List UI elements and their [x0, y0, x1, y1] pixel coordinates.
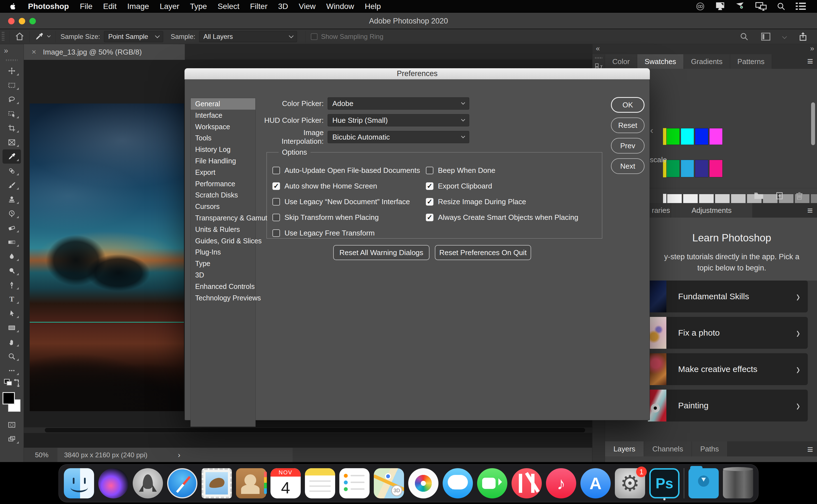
- panel-tab[interactable]: Patterns: [730, 54, 772, 69]
- preferences-section-item[interactable]: Plug-Ins: [191, 246, 255, 258]
- eraser-tool[interactable]: [3, 221, 21, 235]
- swatch[interactable]: [681, 160, 694, 177]
- panel-menu-icon[interactable]: ≡: [807, 203, 817, 218]
- horizontal-scrollbar[interactable]: [24, 427, 592, 433]
- tab-adjustments[interactable]: Adjustments: [671, 203, 753, 218]
- preferences-section-item[interactable]: Scratch Disks: [191, 189, 255, 201]
- creative-cloud-icon[interactable]: [696, 2, 705, 11]
- chevron-down-icon[interactable]: [782, 34, 787, 39]
- learn-card[interactable]: Painting ›: [648, 390, 808, 421]
- dialog-button[interactable]: Next: [611, 158, 645, 174]
- menu-item[interactable]: Image: [122, 2, 154, 11]
- dock-finder[interactable]: [64, 468, 94, 498]
- dock-app-store[interactable]: A: [580, 468, 610, 498]
- panel-tab[interactable]: Paths: [692, 441, 728, 456]
- menu-item[interactable]: Type: [184, 2, 212, 11]
- checkbox[interactable]: ✓: [273, 198, 280, 206]
- zoom-tool[interactable]: [3, 349, 21, 363]
- dialog-button[interactable]: Prev: [611, 138, 645, 154]
- lasso-tool[interactable]: [3, 92, 21, 107]
- search-icon[interactable]: [740, 32, 749, 41]
- learn-card[interactable]: Fix a photo ›: [648, 317, 808, 349]
- preferences-section-item[interactable]: Cursors: [191, 201, 255, 212]
- checkbox[interactable]: ✓: [426, 182, 433, 190]
- preferences-section-item[interactable]: Tools: [191, 132, 255, 144]
- checkbox-row[interactable]: ✓ Always Create Smart Objects when Placi…: [426, 209, 578, 225]
- document-info[interactable]: 3840 px x 2160 px (240 ppi) ›: [57, 448, 293, 462]
- dock-calendar[interactable]: NOV 4: [271, 468, 301, 498]
- preferences-section-item[interactable]: Units & Rulers: [191, 224, 255, 235]
- swatch[interactable]: [695, 128, 708, 145]
- dropdown[interactable]: Adobe: [328, 97, 469, 110]
- dock-launchpad[interactable]: [133, 468, 163, 498]
- checkbox[interactable]: ✓: [426, 167, 433, 174]
- clone-stamp-tool[interactable]: [3, 192, 21, 206]
- zoom-level[interactable]: 50%: [35, 451, 48, 459]
- menu-item[interactable]: Filter: [245, 2, 273, 11]
- dock-facetime[interactable]: [477, 468, 507, 498]
- type-tool[interactable]: T: [3, 292, 21, 306]
- checkbox[interactable]: ✓: [273, 182, 280, 190]
- display-icon[interactable]: [715, 2, 725, 11]
- new-swatch-icon[interactable]: [775, 192, 784, 200]
- screen-mode-icon[interactable]: [3, 432, 21, 446]
- panel-grip[interactable]: [595, 57, 602, 59]
- dock-news[interactable]: [511, 468, 542, 498]
- screen-mirroring-icon[interactable]: [755, 2, 767, 11]
- learn-card[interactable]: Make creative effects ›: [648, 353, 808, 385]
- preferences-section-item[interactable]: Guides, Grid & Slices: [191, 235, 255, 247]
- panel-menu-icon[interactable]: ≡: [807, 444, 813, 455]
- swap-colors-icon[interactable]: [3, 378, 21, 390]
- dock-system-preferences[interactable]: ⚙1: [615, 468, 645, 498]
- dialog-button[interactable]: OK: [611, 97, 645, 113]
- tools-grip[interactable]: [6, 59, 18, 61]
- preferences-section-item[interactable]: Enhanced Controls: [191, 281, 255, 292]
- dock-messages[interactable]: [443, 468, 473, 498]
- checkbox[interactable]: ✓: [273, 229, 280, 237]
- dock-trash[interactable]: [723, 468, 753, 498]
- foreground-background-colors[interactable]: [2, 390, 22, 416]
- checkbox[interactable]: ✓: [273, 167, 280, 174]
- sample-select[interactable]: All Layers: [199, 31, 297, 42]
- hand-tool[interactable]: [3, 335, 21, 349]
- menu-item[interactable]: Edit: [98, 2, 122, 11]
- preferences-section-item[interactable]: Workspace: [191, 121, 255, 133]
- move-tool[interactable]: [3, 64, 21, 78]
- dock-reminders[interactable]: [339, 468, 370, 498]
- checkbox[interactable]: ✓: [426, 214, 433, 221]
- preferences-section-item[interactable]: General: [191, 98, 255, 110]
- preferences-section-item[interactable]: Performance: [191, 178, 255, 190]
- dock-notes[interactable]: [305, 468, 335, 498]
- dock-safari[interactable]: [167, 468, 197, 498]
- swatch-partial[interactable]: [663, 128, 666, 145]
- delete-swatch-icon[interactable]: [795, 192, 803, 200]
- preferences-section-item[interactable]: Interface: [191, 110, 255, 121]
- eyedropper-tool[interactable]: [3, 149, 21, 164]
- preferences-section-item[interactable]: Type: [191, 258, 255, 269]
- panel-scrollbar-thumb[interactable]: [811, 102, 815, 145]
- healing-brush-tool[interactable]: [3, 164, 21, 178]
- dock-maps[interactable]: 3D: [374, 468, 404, 498]
- preferences-section-item[interactable]: Transparency & Gamut: [191, 212, 255, 224]
- panel-tab[interactable]: Color: [605, 54, 637, 69]
- expand-tools-icon[interactable]: »: [0, 44, 23, 58]
- edit-toolbar-icon[interactable]: [3, 363, 21, 378]
- dock-downloads[interactable]: [689, 468, 719, 498]
- dock-siri[interactable]: [98, 468, 128, 498]
- preferences-section-item[interactable]: Export: [191, 167, 255, 178]
- preferences-section-item[interactable]: History Log: [191, 144, 255, 155]
- preferences-section-item[interactable]: Technology Previews: [191, 292, 255, 304]
- menu-item[interactable]: Help: [360, 2, 386, 11]
- reset-preferences-button[interactable]: Reset Preferences On Quit: [435, 245, 531, 260]
- options-bar-grip[interactable]: [2, 32, 4, 41]
- dock-contacts[interactable]: [236, 468, 266, 498]
- menu-item[interactable]: Layer: [154, 2, 184, 11]
- learn-card[interactable]: Fundamental Skills ›: [648, 281, 808, 312]
- panel-tab[interactable]: Layers: [605, 441, 644, 456]
- swatch[interactable]: [666, 160, 680, 177]
- menu-item[interactable]: Select: [212, 2, 245, 11]
- menu-item[interactable]: 3D: [273, 2, 294, 11]
- menu-app-name[interactable]: Photoshop: [28, 2, 69, 11]
- dock-music[interactable]: ♪: [546, 468, 576, 498]
- swatch[interactable]: [695, 160, 708, 177]
